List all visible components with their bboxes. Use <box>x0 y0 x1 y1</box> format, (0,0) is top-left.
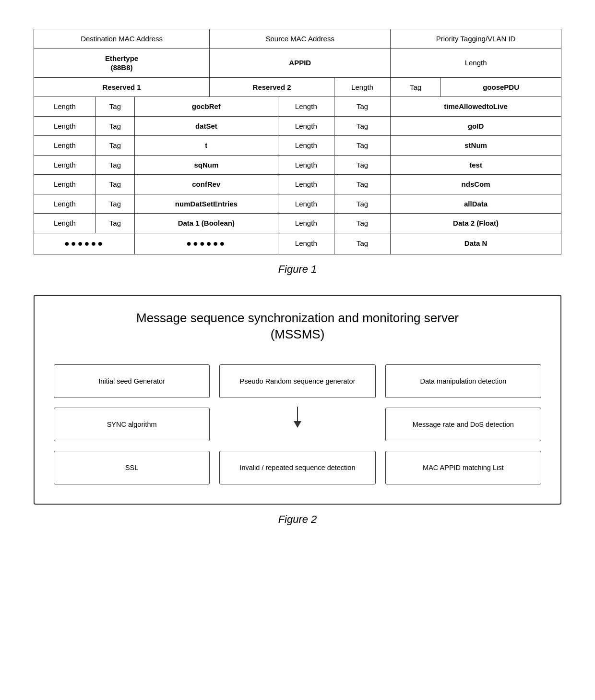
ssl-box: SSL <box>54 451 210 484</box>
len-cell: Length <box>278 233 334 254</box>
tag-cell: Tag <box>334 233 390 254</box>
tag-cell: Tag <box>95 175 134 194</box>
table-row: ●●●●●● ●●●●●● Length Tag Data N <box>34 233 561 254</box>
len-cell: Length <box>34 136 96 156</box>
sqnum-cell: sqNum <box>135 155 278 175</box>
tag-cell: Tag <box>95 136 134 156</box>
tag-cell: Tag <box>95 116 134 136</box>
goid-cell: goID <box>391 116 561 136</box>
reserved1-cell: Reserved 1 <box>34 77 210 97</box>
data2-cell: Data 2 (Float) <box>391 214 561 233</box>
arrow-container <box>214 403 380 432</box>
t-cell: t <box>135 136 278 156</box>
test-cell: test <box>391 155 561 175</box>
left-cell-3: SSL <box>49 446 214 489</box>
table-row: Length Tag sqNum Length Tag test <box>34 155 561 175</box>
confrev-cell: confRev <box>135 175 278 194</box>
invalid-seq-box: Invalid / repeated sequence detection <box>219 451 375 484</box>
table-row: Length Tag confRev Length Tag ndsCom <box>34 175 561 194</box>
len-cell: Length <box>34 175 96 194</box>
msg-rate-box: Message rate and DoS detection <box>385 408 541 441</box>
table-row: Length Tag t Length Tag stNum <box>34 136 561 156</box>
pseudo-random-box: Pseudo Random sequence generator <box>219 364 375 398</box>
mac-appid-box: MAC APPID matching List <box>385 451 541 484</box>
timeallowed-cell: timeAllowedtoLive <box>391 97 561 117</box>
len-cell: Length <box>278 116 334 136</box>
tag-cell: Tag <box>334 214 390 233</box>
sync-algo-box: SYNC algorithm <box>54 408 210 441</box>
len-cell: Length <box>278 155 334 175</box>
figure2-container: Message sequence synchronization and mon… <box>34 295 561 526</box>
table-row: Length Tag gocbRef Length Tag timeAllowe… <box>34 97 561 117</box>
dest-mac-cell: Destination MAC Address <box>34 29 210 49</box>
diagram-grid: Initial seed Generator Pseudo Random seq… <box>49 360 546 489</box>
dots1-cell: ●●●●●● <box>34 233 135 254</box>
len-cell: Length <box>278 194 334 214</box>
middle-cell-top: Pseudo Random sequence generator <box>214 360 380 403</box>
ethertype-cell: Ethertype(88B8) <box>34 48 210 77</box>
len-cell: Length <box>34 116 96 136</box>
len-cell: Length <box>34 97 96 117</box>
gocbref-cell: gocbRef <box>135 97 278 117</box>
tag-cell: Tag <box>334 116 390 136</box>
figure1-caption: Figure 1 <box>34 263 561 276</box>
priority-tag-cell: Priority Tagging/VLAN ID <box>391 29 561 49</box>
tag-cell: Tag <box>95 194 134 214</box>
data1-cell: Data 1 (Boolean) <box>135 214 278 233</box>
data-manipulation-box: Data manipulation detection <box>385 364 541 398</box>
alldata-cell: allData <box>391 194 561 214</box>
initial-seed-box: Initial seed Generator <box>54 364 210 398</box>
length-top-cell: Length <box>391 48 561 77</box>
mssms-title: Message sequence synchronization and mon… <box>49 310 546 343</box>
figure1-container: Destination MAC Address Source MAC Addre… <box>34 29 561 276</box>
packet-table: Destination MAC Address Source MAC Addre… <box>34 29 561 254</box>
arrow-head-icon <box>294 421 301 428</box>
length-r3-cell: Length <box>334 77 390 97</box>
tag-cell: Tag <box>334 97 390 117</box>
goosepdu-cell: goosePDU <box>441 77 561 97</box>
table-row: Length Tag Data 1 (Boolean) Length Tag D… <box>34 214 561 233</box>
tag-cell: Tag <box>334 136 390 156</box>
len-cell: Length <box>278 214 334 233</box>
stnum-cell: stNum <box>391 136 561 156</box>
arrow-down <box>294 407 301 428</box>
numdatset-cell: numDatSetEntries <box>135 194 278 214</box>
len-cell: Length <box>278 97 334 117</box>
middle-cell-bottom: Invalid / repeated sequence detection <box>214 446 380 489</box>
len-cell: Length <box>34 214 96 233</box>
appid-cell: APPID <box>210 48 391 77</box>
dots2-cell: ●●●●●● <box>135 233 278 254</box>
reserved2-cell: Reserved 2 <box>210 77 334 97</box>
len-cell: Length <box>34 194 96 214</box>
table-row: Length Tag numDatSetEntries Length Tag a… <box>34 194 561 214</box>
right-cell-1: Data manipulation detection <box>381 360 546 403</box>
table-row: Length Tag datSet Length Tag goID <box>34 116 561 136</box>
table-row: Ethertype(88B8) APPID Length <box>34 48 561 77</box>
left-cell-2: SYNC algorithm <box>49 403 214 446</box>
len-cell: Length <box>34 155 96 175</box>
dataset-cell: datSet <box>135 116 278 136</box>
left-cell-1: Initial seed Generator <box>49 360 214 403</box>
arrow-line <box>297 407 298 421</box>
table-row: Destination MAC Address Source MAC Addre… <box>34 29 561 49</box>
tag-cell: Tag <box>95 97 134 117</box>
tag-cell: Tag <box>334 155 390 175</box>
len-cell: Length <box>278 136 334 156</box>
tag-r3-cell: Tag <box>391 77 441 97</box>
tag-cell: Tag <box>95 155 134 175</box>
mssms-box: Message sequence synchronization and mon… <box>34 295 561 505</box>
tag-cell: Tag <box>95 214 134 233</box>
tag-cell: Tag <box>334 194 390 214</box>
len-cell: Length <box>278 175 334 194</box>
src-mac-cell: Source MAC Address <box>210 29 391 49</box>
ndscom-cell: ndsCom <box>391 175 561 194</box>
right-cell-3: MAC APPID matching List <box>381 446 546 489</box>
right-cell-2: Message rate and DoS detection <box>381 403 546 446</box>
table-row: Reserved 1 Reserved 2 Length Tag goosePD… <box>34 77 561 97</box>
tag-cell: Tag <box>334 175 390 194</box>
figure2-caption: Figure 2 <box>34 513 561 526</box>
datan-cell: Data N <box>391 233 561 254</box>
